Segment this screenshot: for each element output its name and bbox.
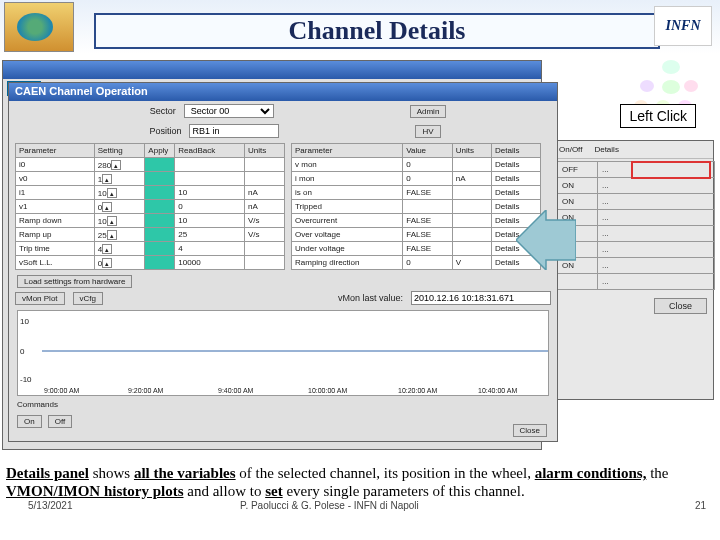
table-row: ON... (558, 194, 715, 210)
sector-label: Sector (120, 106, 176, 116)
vmon-plot-button[interactable]: vMon Plot (15, 292, 65, 305)
table-row: Ramping direction0VDetails (292, 256, 541, 270)
timeseries-label: vMon last value: (338, 293, 403, 303)
plot-ctrl-row: vMon Plot vCfg vMon last value: (9, 291, 557, 308)
table-row: vSoft L.L.0▴10000 (16, 256, 285, 270)
arrow-annotation (516, 210, 576, 274)
table-row: Under voltageFALSEDetails (292, 242, 541, 256)
table-row: ON... (558, 242, 715, 258)
details-side-table: OFF...ON...ON...ON...ON...ON...ON...... (557, 161, 715, 290)
details-dots[interactable]: ... (598, 162, 715, 178)
table-row: Trip time4▴4 (16, 242, 285, 256)
position-label: Position (125, 126, 181, 136)
apply-cell[interactable] (145, 228, 175, 242)
table-row: v mon0Details (292, 158, 541, 172)
apply-cell[interactable] (145, 158, 175, 172)
page-number: 21 (695, 500, 706, 511)
table-row: ON... (558, 210, 715, 226)
off-button[interactable]: Off (48, 415, 73, 428)
timeseries-value (411, 291, 551, 305)
details-dots[interactable]: ... (598, 178, 715, 194)
diagram-node (684, 80, 698, 92)
window-titlebar[interactable]: CAEN Channel Operation (9, 83, 557, 101)
tables-area: ParameterSettingApplyReadBackUnitsi0280▴… (9, 141, 557, 272)
history-plot[interactable]: 10 0 -10 9:00:00 AM 9:20:00 AM 9:40:00 A… (17, 310, 549, 396)
details-header: On/Off Details (555, 141, 713, 159)
position-row: Position HV (9, 121, 557, 141)
close-button[interactable]: Close (513, 424, 547, 437)
table-row: OFF... (558, 162, 715, 178)
credits: P. Paolucci & G. Polese - INFN di Napoli (240, 500, 419, 511)
details-cell[interactable]: Details (492, 172, 541, 186)
title-banner: Channel Details (94, 13, 660, 49)
sector-row: Sector Sector 00 Admin (9, 101, 557, 121)
apply-cell[interactable] (145, 242, 175, 256)
table-row: i mon0nADetails (292, 172, 541, 186)
commands-label: Commands (9, 398, 557, 411)
slide-root: Channel Details INFN Left Click CMS Syst… (0, 0, 720, 540)
footnote: Details panel shows all the variables of… (4, 462, 716, 502)
position-input[interactable] (189, 124, 279, 138)
details-dots[interactable]: ... (598, 210, 715, 226)
on-button[interactable]: On (17, 415, 42, 428)
table-row: ON... (558, 178, 715, 194)
table-row: is onFALSEDetails (292, 186, 541, 200)
admin-button[interactable]: Admin (410, 105, 447, 118)
apply-cell[interactable] (145, 172, 175, 186)
details-dots[interactable]: ... (598, 242, 715, 258)
table-row: Ramp up25▴25V/s (16, 228, 285, 242)
details-dots[interactable]: ... (598, 258, 715, 274)
date-stamp: 5/13/2021 (28, 500, 73, 511)
slide-title: Channel Details (289, 16, 466, 46)
diagram-node (640, 80, 654, 92)
svg-marker-0 (516, 210, 576, 270)
diagram-node (662, 80, 680, 94)
left-click-callout: Left Click (620, 104, 696, 128)
load-hardware-button[interactable]: Load settings from hardware (17, 275, 132, 288)
details-cell[interactable]: Details (492, 158, 541, 172)
close-button[interactable]: Close (654, 298, 707, 314)
window-titlebar (3, 61, 541, 79)
table-row: ON... (558, 226, 715, 242)
apply-cell[interactable] (145, 256, 175, 270)
fn-a: Details panel (6, 465, 89, 481)
table-row: v10▴0nA (16, 200, 285, 214)
cms-logo (4, 2, 74, 52)
details-dots[interactable]: ... (598, 226, 715, 242)
table-row: TrippedDetails (292, 200, 541, 214)
right-params-table: ParameterValueUnitsDetailsv mon0Detailsi… (291, 143, 541, 270)
details-cell[interactable]: Details (492, 186, 541, 200)
table-row: v01▴ (16, 172, 285, 186)
diagram-node (662, 60, 680, 74)
table-row: OvercurrentFALSEDetails (292, 214, 541, 228)
apply-cell[interactable] (145, 200, 175, 214)
onoff-header: On/Off (559, 145, 582, 154)
hv-button[interactable]: HV (415, 125, 440, 138)
sector-select[interactable]: Sector 00 (184, 104, 274, 118)
commands-row: On Off (9, 411, 557, 432)
left-params-table: ParameterSettingApplyReadBackUnitsi0280▴… (15, 143, 285, 270)
apply-cell[interactable] (145, 186, 175, 200)
details-dots[interactable]: ... (598, 194, 715, 210)
details-header-label: Details (594, 145, 618, 154)
details-side-panel: On/Off Details OFF...ON...ON...ON...ON..… (554, 140, 714, 400)
channel-operation-window: CAEN Channel Operation Sector Sector 00 … (8, 82, 558, 442)
table-row: Over voltageFALSEDetails (292, 228, 541, 242)
vcfg-button[interactable]: vCfg (73, 292, 103, 305)
table-row: i0280▴ (16, 158, 285, 172)
infn-logo: INFN (654, 6, 712, 46)
top-bar: Channel Details INFN (0, 0, 720, 54)
apply-cell[interactable] (145, 214, 175, 228)
table-row: ON... (558, 258, 715, 274)
table-row: i110▴10nA (16, 186, 285, 200)
table-row: Ramp down10▴10V/s (16, 214, 285, 228)
